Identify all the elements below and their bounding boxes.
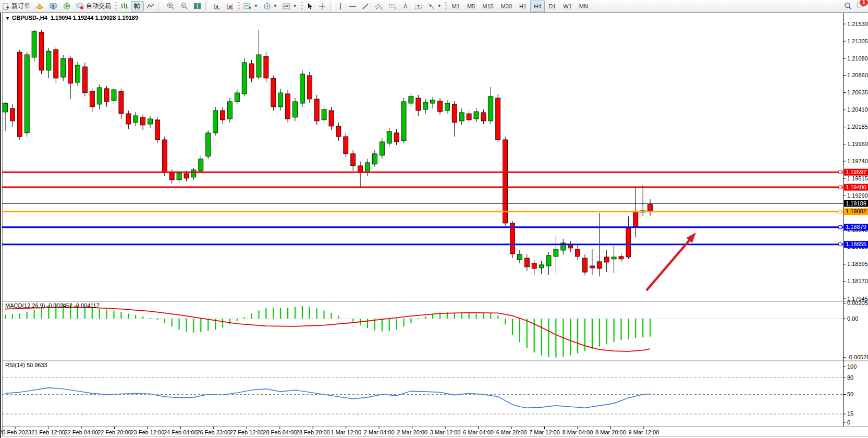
candle-body (206, 133, 211, 156)
arrows-tool-button[interactable]: ▼ (425, 1, 444, 11)
symbol-dropdown-icon[interactable]: ▼ (5, 16, 10, 21)
time-tick-label: 1 Mar 12:00 (331, 429, 361, 435)
candle-body (112, 90, 116, 101)
new-chart-icon (243, 3, 252, 10)
candle-body (604, 257, 609, 262)
chart-shift-button[interactable] (211, 1, 224, 11)
hline-endpoint-marker[interactable] (839, 210, 842, 213)
autotrade-button[interactable]: 自动交易 (74, 1, 114, 11)
autotrade-label: 自动交易 (86, 2, 111, 10)
price-label-text: 1.19189 (846, 200, 866, 206)
price-label-text: 1.18655 (846, 241, 866, 247)
candle-body (90, 91, 94, 107)
fibonacci-tool-button[interactable]: F (386, 1, 400, 11)
svg-text:F: F (395, 6, 397, 10)
search-icon[interactable] (844, 2, 852, 10)
candle-body (409, 96, 413, 103)
macd-tick-label: 0.00 (847, 315, 858, 322)
chart-canvas[interactable]: 1.215301.213051.210801.208601.206351.204… (1, 13, 868, 438)
new-order-button[interactable]: 新订单 (0, 1, 33, 11)
signals-button[interactable] (60, 1, 74, 11)
text-label-icon: T (414, 3, 422, 10)
signal-icon (63, 3, 71, 10)
line-chart-type-button[interactable] (144, 1, 157, 11)
market-watch-button[interactable] (33, 1, 46, 11)
candle-body (10, 108, 15, 121)
timeframe-M5[interactable]: M5 (463, 1, 479, 12)
timeframe-M30[interactable]: M30 (497, 1, 516, 12)
timeframe-D1[interactable]: D1 (545, 1, 559, 12)
candle-body (365, 163, 370, 172)
dropdown-caret: ▼ (254, 4, 258, 8)
timeframe-M15[interactable]: M15 (479, 1, 497, 12)
candle-body (416, 98, 421, 111)
tile-windows-icon (193, 3, 201, 10)
vertical-line-tool-button[interactable] (335, 1, 346, 11)
toolbar-grip (445, 2, 447, 10)
chart-symbol-period: GBPUSD-,H4 (12, 15, 47, 21)
terminal-button[interactable] (46, 1, 60, 11)
chart-autoscroll-button[interactable] (224, 1, 237, 11)
candle-body (32, 31, 36, 57)
hline-endpoint-marker[interactable] (839, 243, 842, 246)
timeframe-M1[interactable]: M1 (448, 1, 463, 12)
timeframe-MN[interactable]: MN (576, 1, 592, 12)
cursor-icon (307, 3, 313, 10)
channel-tool-button[interactable]: E (372, 1, 386, 11)
candlestick-chart-type-button[interactable] (131, 1, 144, 11)
zoom-out-button[interactable] (177, 1, 191, 11)
time-tick-label: 22 Feb 04:00 (65, 429, 99, 435)
time-tick-label: 8 Mar 20:00 (595, 429, 626, 435)
candle-body (278, 93, 283, 107)
horizontal-line-tool-button[interactable] (346, 1, 359, 11)
candle-body (141, 117, 145, 125)
bar-chart-type-button[interactable] (118, 1, 131, 11)
price-tick-label: 1.21080 (847, 55, 868, 62)
ohlc-bars-icon (120, 3, 128, 10)
timeframe-H1[interactable]: H1 (516, 1, 530, 12)
zoom-in-button[interactable] (164, 1, 177, 11)
candle-body (496, 98, 500, 140)
time-tick-label: 6 Mar 20:00 (496, 429, 527, 435)
new-chart-button[interactable]: ▼ (241, 1, 261, 11)
price-label-text: 1.18879 (846, 224, 866, 230)
timeframe-W1[interactable]: W1 (559, 1, 576, 12)
hline-endpoint-marker[interactable] (839, 226, 842, 229)
hline-endpoint-marker[interactable] (839, 171, 842, 174)
price-tick-label: 1.19960 (847, 141, 868, 147)
candle-body (249, 64, 254, 78)
candle-body (524, 258, 529, 267)
candle-body (431, 100, 435, 103)
macd-tick-label: 0.002055 (847, 300, 868, 306)
templates-button[interactable]: ▼ (280, 1, 300, 11)
fibonacci-icon: F (388, 3, 397, 10)
dropdown-caret: ▼ (437, 4, 442, 8)
price-tick-label: 1.19515 (847, 175, 868, 181)
period-button[interactable]: ▼ (261, 1, 280, 11)
candle-body (633, 211, 638, 227)
trendline-tool-button[interactable] (359, 1, 372, 11)
candle-body (54, 50, 58, 78)
macd-tick-label: -0.005292 (847, 354, 868, 360)
candle-body (546, 256, 551, 266)
rsi-tick-label: 100 (847, 363, 857, 370)
price-tick-label: 1.19290 (847, 192, 868, 199)
tile-windows-button[interactable] (191, 1, 204, 11)
timeframe-H4[interactable]: H4 (530, 1, 545, 12)
zoom-in-icon (166, 2, 175, 10)
text-tool-button[interactable]: A (400, 1, 412, 11)
crosshair-tool-button[interactable] (316, 1, 328, 11)
vertical-line-icon (338, 3, 343, 10)
cursor-tool-button[interactable] (304, 1, 316, 11)
candle-body (82, 67, 87, 93)
candle-body (648, 204, 653, 211)
candle-body (372, 154, 377, 164)
candle-body (97, 88, 102, 104)
label-tool-button[interactable]: T (412, 1, 425, 11)
candle-body (503, 140, 508, 223)
hline-endpoint-marker[interactable] (839, 186, 842, 189)
crosshair-icon (319, 3, 326, 10)
candle-body (39, 32, 44, 70)
chat-button[interactable]: 1 (856, 2, 865, 11)
candle-body (25, 55, 29, 133)
